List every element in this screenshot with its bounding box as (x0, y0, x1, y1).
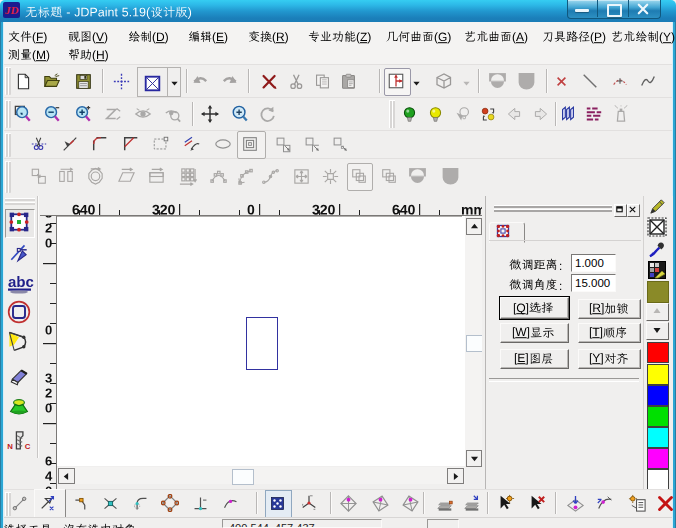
svg-text:JD: JD (4, 4, 19, 16)
svg-text:N: N (7, 442, 13, 451)
svg-text:C: C (25, 442, 31, 451)
